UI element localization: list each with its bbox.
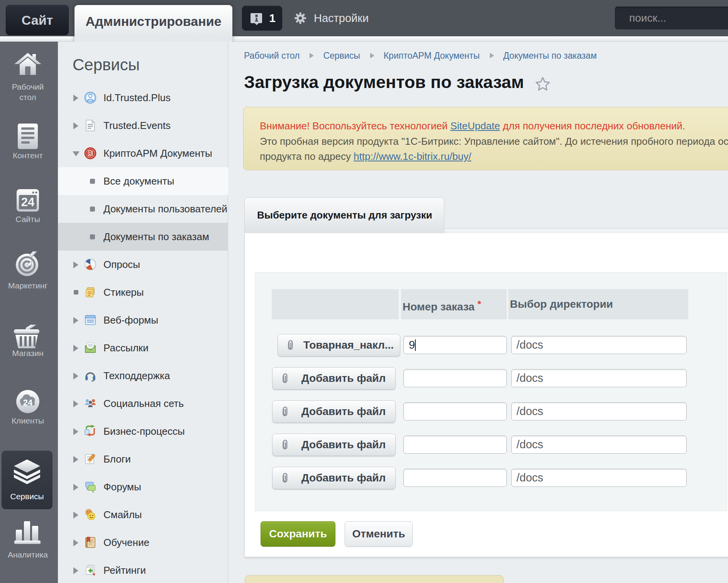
svg-text:24: 24: [23, 398, 33, 407]
svg-text:24: 24: [21, 195, 35, 209]
